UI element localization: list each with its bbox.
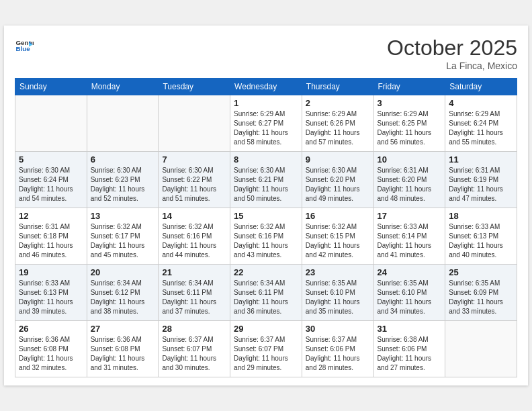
day-number: 16 xyxy=(306,211,370,221)
day-number: 28 xyxy=(162,324,226,334)
calendar-cell: 17Sunrise: 6:33 AM Sunset: 6:14 PM Dayli… xyxy=(373,208,445,264)
day-info: Sunrise: 6:32 AM Sunset: 6:17 PM Dayligh… xyxy=(91,222,155,260)
calendar-cell: 7Sunrise: 6:30 AM Sunset: 6:22 PM Daylig… xyxy=(159,151,230,208)
calendar-cell: 23Sunrise: 6:35 AM Sunset: 6:10 PM Dayli… xyxy=(302,264,373,320)
day-number: 17 xyxy=(378,211,442,221)
calendar-cell xyxy=(445,320,517,377)
calendar-cell: 28Sunrise: 6:37 AM Sunset: 6:07 PM Dayli… xyxy=(159,320,230,377)
day-number: 8 xyxy=(234,154,298,165)
calendar-cell: 26Sunrise: 6:36 AM Sunset: 6:08 PM Dayli… xyxy=(15,320,87,377)
calendar-cell: 16Sunrise: 6:32 AM Sunset: 6:15 PM Dayli… xyxy=(302,208,373,264)
day-number: 31 xyxy=(378,324,442,334)
calendar-cell: 27Sunrise: 6:36 AM Sunset: 6:08 PM Dayli… xyxy=(87,320,159,377)
calendar-cell: 14Sunrise: 6:32 AM Sunset: 6:16 PM Dayli… xyxy=(159,208,230,264)
day-number: 15 xyxy=(234,211,298,221)
calendar-cell: 1Sunrise: 6:29 AM Sunset: 6:27 PM Daylig… xyxy=(230,95,302,151)
day-number: 5 xyxy=(19,154,83,165)
day-info: Sunrise: 6:34 AM Sunset: 6:11 PM Dayligh… xyxy=(234,279,298,316)
calendar-container: General Blue October 2025 La Finca, Mexi… xyxy=(4,26,528,385)
calendar-cell: 12Sunrise: 6:31 AM Sunset: 6:18 PM Dayli… xyxy=(15,208,87,264)
week-row-4: 19Sunrise: 6:33 AM Sunset: 6:13 PM Dayli… xyxy=(15,264,517,320)
weekday-header-tuesday: Tuesday xyxy=(159,78,230,95)
day-info: Sunrise: 6:33 AM Sunset: 6:13 PM Dayligh… xyxy=(449,222,513,260)
day-number: 22 xyxy=(234,267,298,277)
day-number: 4 xyxy=(449,98,513,108)
day-number: 1 xyxy=(234,98,298,108)
weekday-header-monday: Monday xyxy=(87,78,159,95)
calendar-cell xyxy=(15,95,87,151)
day-number: 30 xyxy=(306,324,370,334)
calendar-cell: 19Sunrise: 6:33 AM Sunset: 6:13 PM Dayli… xyxy=(15,264,87,320)
day-number: 11 xyxy=(449,154,513,165)
calendar-cell: 5Sunrise: 6:30 AM Sunset: 6:24 PM Daylig… xyxy=(15,151,87,208)
day-number: 26 xyxy=(19,324,83,334)
day-info: Sunrise: 6:29 AM Sunset: 6:27 PM Dayligh… xyxy=(234,109,298,147)
calendar-cell: 4Sunrise: 6:29 AM Sunset: 6:24 PM Daylig… xyxy=(445,95,517,151)
day-number: 18 xyxy=(449,211,513,221)
logo-icon: General Blue xyxy=(15,36,34,55)
calendar-cell: 24Sunrise: 6:35 AM Sunset: 6:10 PM Dayli… xyxy=(373,264,445,320)
day-number: 24 xyxy=(378,267,442,277)
day-info: Sunrise: 6:30 AM Sunset: 6:21 PM Dayligh… xyxy=(234,166,298,203)
calendar-cell: 6Sunrise: 6:30 AM Sunset: 6:23 PM Daylig… xyxy=(87,151,159,208)
week-row-3: 12Sunrise: 6:31 AM Sunset: 6:18 PM Dayli… xyxy=(15,208,517,264)
day-info: Sunrise: 6:31 AM Sunset: 6:19 PM Dayligh… xyxy=(449,166,513,203)
week-row-5: 26Sunrise: 6:36 AM Sunset: 6:08 PM Dayli… xyxy=(15,320,517,377)
day-info: Sunrise: 6:35 AM Sunset: 6:09 PM Dayligh… xyxy=(449,279,513,316)
calendar-cell: 22Sunrise: 6:34 AM Sunset: 6:11 PM Dayli… xyxy=(230,264,302,320)
day-number: 29 xyxy=(234,324,298,334)
week-row-1: 1Sunrise: 6:29 AM Sunset: 6:27 PM Daylig… xyxy=(15,95,517,151)
day-number: 12 xyxy=(19,211,83,221)
day-number: 19 xyxy=(19,267,83,277)
month-title: October 2025 xyxy=(387,36,517,60)
day-number: 25 xyxy=(449,267,513,277)
calendar-table: SundayMondayTuesdayWednesdayThursdayFrid… xyxy=(15,78,517,377)
calendar-cell: 8Sunrise: 6:30 AM Sunset: 6:21 PM Daylig… xyxy=(230,151,302,208)
day-info: Sunrise: 6:34 AM Sunset: 6:11 PM Dayligh… xyxy=(162,279,226,316)
day-info: Sunrise: 6:32 AM Sunset: 6:15 PM Dayligh… xyxy=(306,222,370,260)
day-info: Sunrise: 6:32 AM Sunset: 6:16 PM Dayligh… xyxy=(162,222,226,260)
calendar-header: General Blue October 2025 La Finca, Mexi… xyxy=(15,36,517,71)
calendar-cell: 25Sunrise: 6:35 AM Sunset: 6:09 PM Dayli… xyxy=(445,264,517,320)
day-info: Sunrise: 6:33 AM Sunset: 6:13 PM Dayligh… xyxy=(19,279,83,316)
day-number: 2 xyxy=(306,98,370,108)
day-info: Sunrise: 6:37 AM Sunset: 6:07 PM Dayligh… xyxy=(162,335,226,373)
title-block: October 2025 La Finca, Mexico xyxy=(387,36,517,71)
calendar-cell: 9Sunrise: 6:30 AM Sunset: 6:20 PM Daylig… xyxy=(302,151,373,208)
day-number: 23 xyxy=(306,267,370,277)
calendar-cell: 30Sunrise: 6:37 AM Sunset: 6:06 PM Dayli… xyxy=(302,320,373,377)
day-info: Sunrise: 6:29 AM Sunset: 6:25 PM Dayligh… xyxy=(378,109,442,147)
day-info: Sunrise: 6:31 AM Sunset: 6:18 PM Dayligh… xyxy=(19,222,83,260)
day-info: Sunrise: 6:37 AM Sunset: 6:07 PM Dayligh… xyxy=(234,335,298,373)
day-info: Sunrise: 6:33 AM Sunset: 6:14 PM Dayligh… xyxy=(378,222,442,260)
calendar-cell: 3Sunrise: 6:29 AM Sunset: 6:25 PM Daylig… xyxy=(373,95,445,151)
week-row-2: 5Sunrise: 6:30 AM Sunset: 6:24 PM Daylig… xyxy=(15,151,517,208)
calendar-cell: 2Sunrise: 6:29 AM Sunset: 6:26 PM Daylig… xyxy=(302,95,373,151)
calendar-cell: 29Sunrise: 6:37 AM Sunset: 6:07 PM Dayli… xyxy=(230,320,302,377)
weekday-header-saturday: Saturday xyxy=(445,78,517,95)
calendar-cell: 20Sunrise: 6:34 AM Sunset: 6:12 PM Dayli… xyxy=(87,264,159,320)
day-number: 10 xyxy=(378,154,442,165)
weekday-header-wednesday: Wednesday xyxy=(230,78,302,95)
day-info: Sunrise: 6:30 AM Sunset: 6:24 PM Dayligh… xyxy=(19,166,83,203)
day-info: Sunrise: 6:38 AM Sunset: 6:06 PM Dayligh… xyxy=(378,335,442,373)
day-info: Sunrise: 6:35 AM Sunset: 6:10 PM Dayligh… xyxy=(378,279,442,316)
calendar-cell: 15Sunrise: 6:32 AM Sunset: 6:16 PM Dayli… xyxy=(230,208,302,264)
day-number: 6 xyxy=(91,154,155,165)
day-info: Sunrise: 6:35 AM Sunset: 6:10 PM Dayligh… xyxy=(306,279,370,316)
day-info: Sunrise: 6:30 AM Sunset: 6:20 PM Dayligh… xyxy=(306,166,370,203)
day-info: Sunrise: 6:36 AM Sunset: 6:08 PM Dayligh… xyxy=(91,335,155,373)
day-info: Sunrise: 6:29 AM Sunset: 6:24 PM Dayligh… xyxy=(449,109,513,147)
day-info: Sunrise: 6:34 AM Sunset: 6:12 PM Dayligh… xyxy=(91,279,155,316)
day-info: Sunrise: 6:36 AM Sunset: 6:08 PM Dayligh… xyxy=(19,335,83,373)
day-number: 27 xyxy=(91,324,155,334)
day-number: 21 xyxy=(162,267,226,277)
weekday-header-row: SundayMondayTuesdayWednesdayThursdayFrid… xyxy=(15,78,517,95)
day-number: 13 xyxy=(91,211,155,221)
day-info: Sunrise: 6:30 AM Sunset: 6:22 PM Dayligh… xyxy=(162,166,226,203)
day-number: 20 xyxy=(91,267,155,277)
day-info: Sunrise: 6:32 AM Sunset: 6:16 PM Dayligh… xyxy=(234,222,298,260)
weekday-header-sunday: Sunday xyxy=(15,78,87,95)
day-number: 7 xyxy=(162,154,226,165)
calendar-cell: 13Sunrise: 6:32 AM Sunset: 6:17 PM Dayli… xyxy=(87,208,159,264)
